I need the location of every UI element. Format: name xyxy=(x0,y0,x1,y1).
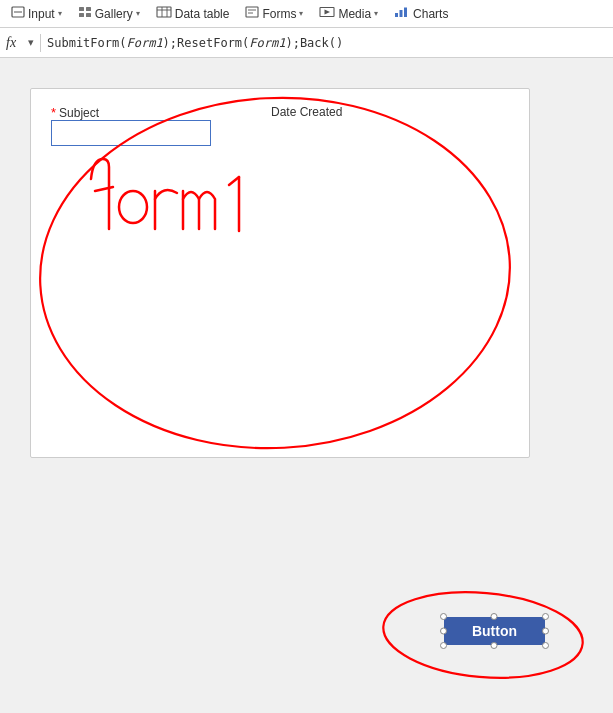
media-dropdown-arrow: ▾ xyxy=(374,9,378,18)
resize-handle-ml[interactable] xyxy=(440,628,447,635)
resize-handle-tr[interactable] xyxy=(542,613,549,620)
svg-rect-4 xyxy=(79,13,84,17)
input-icon xyxy=(11,6,25,21)
datatable-icon xyxy=(156,6,172,21)
required-star: * xyxy=(51,105,56,120)
forms-dropdown-arrow: ▾ xyxy=(299,9,303,18)
toolbar-item-media[interactable]: Media ▾ xyxy=(312,0,385,27)
toolbar-input-label: Input xyxy=(28,7,55,21)
toolbar-charts-label: Charts xyxy=(413,7,448,21)
svg-rect-10 xyxy=(246,7,258,17)
toolbar-item-gallery[interactable]: Gallery ▾ xyxy=(71,0,147,27)
fx-icon: fx xyxy=(6,35,22,51)
form-card: * Subject Date Created xyxy=(30,88,530,458)
subject-label: * Subject xyxy=(51,105,211,120)
toolbar-item-forms[interactable]: Forms ▾ xyxy=(238,0,310,27)
resize-handle-bl[interactable] xyxy=(440,642,447,649)
svg-rect-2 xyxy=(79,7,84,11)
formula-text: SubmitForm(Form1);ResetForm(Form1);Back(… xyxy=(47,36,343,50)
svg-point-19 xyxy=(119,191,147,223)
svg-rect-5 xyxy=(86,13,91,17)
subject-label-text: Subject xyxy=(59,106,99,120)
svg-rect-6 xyxy=(157,7,171,17)
form-field-row: * Subject Date Created xyxy=(51,105,509,146)
toolbar-media-label: Media xyxy=(338,7,371,21)
toolbar-datatable-label: Data table xyxy=(175,7,230,21)
svg-line-18 xyxy=(95,187,113,191)
resize-handle-mr[interactable] xyxy=(542,628,549,635)
formula-dropdown-arrow[interactable]: ▾ xyxy=(28,36,34,49)
resize-handle-tl[interactable] xyxy=(440,613,447,620)
resize-handle-tm[interactable] xyxy=(491,613,498,620)
submit-button[interactable]: Button xyxy=(444,617,545,645)
form-fields: * Subject Date Created xyxy=(31,89,529,170)
media-icon xyxy=(319,6,335,21)
date-created-label-text: Date Created xyxy=(271,105,342,119)
svg-rect-17 xyxy=(404,8,407,18)
button-container: Button xyxy=(444,617,545,645)
resize-handle-br[interactable] xyxy=(542,642,549,649)
toolbar-forms-label: Forms xyxy=(262,7,296,21)
charts-icon xyxy=(394,6,410,21)
gallery-icon xyxy=(78,6,92,21)
date-created-label: Date Created xyxy=(271,105,342,119)
toolbar-gallery-label: Gallery xyxy=(95,7,133,21)
canvas-area: * Subject Date Created xyxy=(0,58,613,713)
resize-handle-bm[interactable] xyxy=(491,642,498,649)
toolbar-item-charts[interactable]: Charts xyxy=(387,0,455,27)
svg-marker-14 xyxy=(325,10,331,15)
toolbar: Input ▾ Gallery ▾ Data table xyxy=(0,0,613,28)
toolbar-item-datatable[interactable]: Data table xyxy=(149,0,237,27)
date-created-field-group: Date Created xyxy=(271,105,342,146)
toolbar-item-input[interactable]: Input ▾ xyxy=(4,0,69,27)
input-dropdown-arrow: ▾ xyxy=(58,9,62,18)
svg-rect-16 xyxy=(400,10,403,17)
formula-bar: fx ▾ SubmitForm(Form1);ResetForm(Form1);… xyxy=(0,28,613,58)
formula-divider xyxy=(40,34,41,52)
svg-rect-3 xyxy=(86,7,91,11)
svg-rect-15 xyxy=(395,13,398,17)
subject-input[interactable] xyxy=(51,120,211,146)
subject-field-group: * Subject xyxy=(51,105,211,146)
forms-icon xyxy=(245,6,259,21)
gallery-dropdown-arrow: ▾ xyxy=(136,9,140,18)
